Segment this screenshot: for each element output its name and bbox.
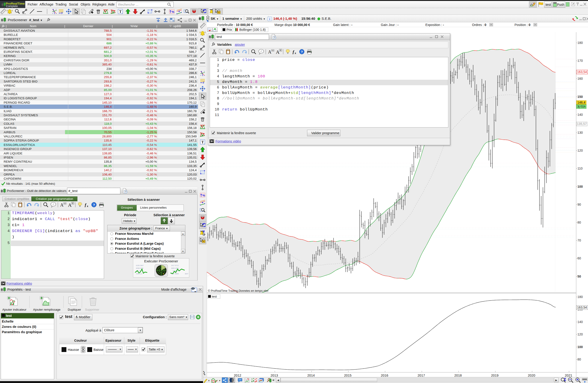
svg-text:A: A	[276, 49, 279, 55]
svg-text:A: A	[268, 49, 272, 54]
svg-text:f: f	[293, 49, 294, 54]
svg-text:x: x	[295, 52, 296, 54]
svg-text:?: ?	[274, 36, 275, 39]
svg-text:?: ?	[301, 50, 303, 54]
